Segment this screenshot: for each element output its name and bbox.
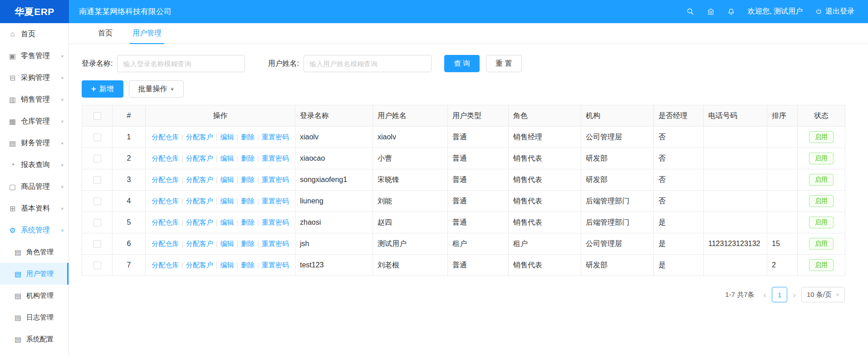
assign-warehouse-link[interactable]: 分配仓库 [152, 133, 179, 141]
select-all-checkbox[interactable] [93, 112, 101, 120]
sidebar-item-reports[interactable]: ◔报表查询∨ [0, 154, 69, 176]
row-index-cell: 5 [113, 212, 146, 233]
bell-icon[interactable] [727, 8, 735, 15]
sidebar-item-system[interactable]: ⚙系统管理∧ [0, 219, 69, 241]
assign-warehouse-link[interactable]: 分配仓库 [152, 197, 179, 205]
sidebar-item-warehouse[interactable]: ▦仓库管理∨ [0, 110, 69, 132]
status-badge: 启用 [809, 238, 834, 250]
delete-link[interactable]: 删除 [241, 197, 255, 205]
delete-link[interactable]: 删除 [241, 154, 255, 162]
delete-link[interactable]: 删除 [241, 176, 255, 183]
status-badge: 启用 [809, 195, 834, 207]
row-checkbox[interactable] [93, 133, 101, 141]
search-icon[interactable] [687, 8, 694, 15]
sidebar-item-basic-data[interactable]: ⊞基本资料∨ [0, 197, 69, 219]
user-table: #操作登录名称用户姓名用户类型角色机构是否经理电话号码排序状态 1分配仓库|分配… [82, 105, 845, 276]
chevron-down-icon: ∨ [61, 54, 64, 58]
edit-link[interactable]: 编辑 [221, 197, 234, 205]
user-type-cell: 普通 [448, 148, 509, 169]
reset-password-link[interactable]: 重置密码 [262, 218, 289, 226]
reset-password-link[interactable]: 重置密码 [262, 261, 289, 269]
organization-cell: 研发部 [581, 169, 654, 191]
sidebar-item-purchase[interactable]: ⊟采购管理∨ [0, 67, 69, 89]
sidebar-item-sales[interactable]: ▥销售管理∨ [0, 89, 69, 110]
row-checkbox[interactable] [93, 240, 101, 248]
tab-home[interactable]: 首页 [88, 23, 123, 44]
login-name-cell: test123 [295, 255, 373, 276]
assign-warehouse-link[interactable]: 分配仓库 [152, 240, 179, 247]
phone-cell: 1123123123132 [704, 233, 767, 255]
assign-customer-link[interactable]: 分配客户 [186, 133, 213, 141]
sidebar-item-log-management[interactable]: ▤日志管理 [0, 306, 69, 328]
sidebar-item-goods[interactable]: ▢商品管理∨ [0, 176, 69, 197]
app-logo[interactable]: 华夏ERP [0, 0, 69, 23]
company-name: 南通某某网络科技有限公司 [79, 6, 172, 17]
sidebar-item-org-management[interactable]: ▤机构管理 [0, 285, 69, 306]
assign-warehouse-link[interactable]: 分配仓库 [152, 218, 179, 226]
assign-customer-link[interactable]: 分配客户 [186, 176, 213, 183]
assign-warehouse-link[interactable]: 分配仓库 [152, 261, 179, 269]
sort-cell [767, 148, 798, 169]
user-name-cell: 宋晓锋 [373, 169, 448, 191]
sidebar-item-user-management[interactable]: ▤用户管理 [0, 263, 69, 285]
reset-button[interactable]: 重 置 [486, 55, 521, 72]
tab-user-management[interactable]: 用户管理 [123, 23, 172, 44]
sidebar-item-home[interactable]: ⌂首页 [0, 23, 69, 45]
sidebar-item-retail[interactable]: ▣零售管理∨ [0, 45, 69, 67]
reset-password-link[interactable]: 重置密码 [262, 197, 289, 205]
role-cell: 销售代表 [509, 169, 581, 191]
assign-warehouse-link[interactable]: 分配仓库 [152, 176, 179, 183]
assign-customer-link[interactable]: 分配客户 [186, 261, 213, 269]
delete-link[interactable]: 删除 [241, 218, 255, 226]
phone-cell [704, 255, 767, 276]
col-header-organization: 机构 [581, 105, 654, 127]
row-select-cell [82, 212, 113, 233]
sidebar-item-system-config[interactable]: ▤系统配置 [0, 328, 69, 350]
delete-link[interactable]: 删除 [241, 261, 255, 269]
user-name-label: 用户姓名: [268, 59, 299, 69]
edit-link[interactable]: 编辑 [221, 176, 234, 183]
reset-password-link[interactable]: 重置密码 [262, 133, 289, 141]
welcome-user[interactable]: 欢迎您, 测试用户 [748, 7, 803, 16]
reset-password-link[interactable]: 重置密码 [262, 176, 289, 183]
delete-link[interactable]: 删除 [241, 240, 255, 247]
row-checkbox[interactable] [93, 176, 101, 184]
user-name-input[interactable] [304, 55, 432, 72]
row-index-cell: 4 [113, 191, 146, 212]
assign-customer-link[interactable]: 分配客户 [186, 240, 213, 247]
edit-link[interactable]: 编辑 [221, 218, 234, 226]
status-badge: 启用 [809, 174, 834, 186]
edit-link[interactable]: 编辑 [221, 261, 234, 269]
status-badge: 启用 [809, 259, 834, 271]
next-page-button[interactable]: › [792, 290, 797, 299]
row-checkbox[interactable] [93, 155, 101, 163]
col-header-login-name: 登录名称 [295, 105, 373, 127]
main-area: 首页用户管理 登录名称: 用户姓名: 查 询 重 置 + 新增 批量操作 ∨ [69, 23, 868, 355]
assign-warehouse-link[interactable]: 分配仓库 [152, 154, 179, 162]
page-size-select[interactable]: 10 条/页 ∨ [801, 287, 845, 302]
edit-link[interactable]: 编辑 [221, 240, 234, 247]
row-checkbox[interactable] [93, 197, 101, 205]
row-checkbox[interactable] [93, 219, 101, 227]
logout-button[interactable]: 退出登录 [815, 7, 854, 16]
assign-customer-link[interactable]: 分配客户 [186, 154, 213, 162]
query-button[interactable]: 查 询 [444, 55, 480, 72]
edit-link[interactable]: 编辑 [221, 154, 234, 162]
batch-actions-button[interactable]: 批量操作 ∨ [129, 80, 184, 98]
login-name-input[interactable] [117, 55, 245, 72]
edit-link[interactable]: 编辑 [221, 133, 234, 141]
delete-link[interactable]: 删除 [241, 133, 255, 141]
chevron-down-icon: ∨ [61, 207, 64, 211]
reset-password-link[interactable]: 重置密码 [262, 240, 289, 247]
assign-customer-link[interactable]: 分配客户 [186, 218, 213, 226]
assign-customer-link[interactable]: 分配客户 [186, 197, 213, 205]
row-checkbox[interactable] [93, 261, 101, 269]
prev-page-button[interactable]: ‹ [763, 290, 768, 299]
add-button[interactable]: + 新增 [82, 80, 123, 98]
reset-password-link[interactable]: 重置密码 [262, 154, 289, 162]
sidebar-item-finance[interactable]: ▤财务管理∨ [0, 132, 69, 154]
current-page-button[interactable]: 1 [772, 287, 787, 302]
col-header-select [82, 105, 113, 127]
bank-icon[interactable] [707, 8, 715, 15]
sidebar-item-role-management[interactable]: ▤角色管理 [0, 241, 69, 263]
